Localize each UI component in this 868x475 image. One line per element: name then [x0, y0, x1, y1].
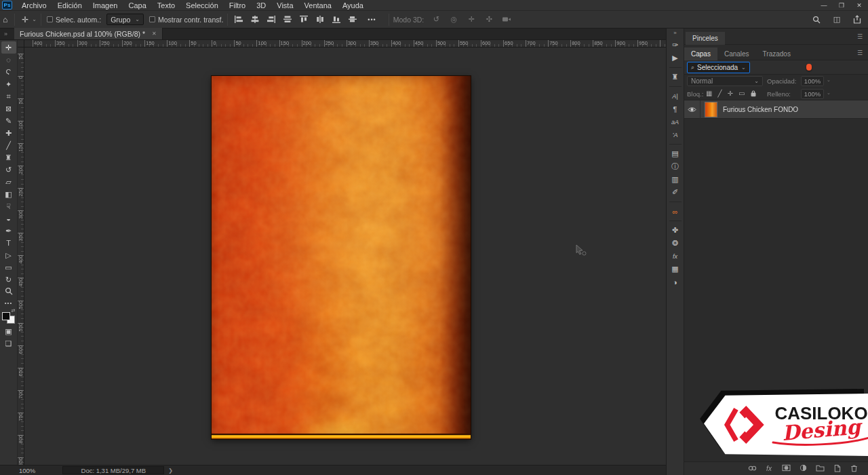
swap-colors-icon[interactable]: ⇄: [12, 308, 16, 314]
menu-item-seleccion[interactable]: Selección: [180, 1, 224, 10]
history-brush-tool[interactable]: ↺: [1, 164, 16, 176]
3d-orbit-icon[interactable]: ↺: [429, 14, 443, 26]
tab-brushes[interactable]: Pinceles: [686, 32, 725, 45]
distribute-bottom-icon[interactable]: [330, 14, 343, 26]
edit-toolbar-button[interactable]: •••: [1, 298, 16, 307]
new-group-icon[interactable]: [815, 464, 825, 473]
layer-comps-icon[interactable]: ▤: [668, 148, 683, 159]
layer-name[interactable]: Furious Chicken FONDO: [723, 106, 798, 113]
styles-icon[interactable]: fx: [668, 250, 683, 262]
layer-row[interactable]: Furious Chicken FONDO: [684, 100, 868, 119]
layer-filter-dropdown[interactable]: ⌕ Seleccionada ⌄: [687, 62, 750, 73]
menu-item-imagen[interactable]: Imagen: [87, 1, 123, 10]
path-selection-tool[interactable]: ▷: [1, 249, 16, 261]
character-icon[interactable]: A|: [668, 90, 683, 102]
glyphs-icon[interactable]: aA: [668, 116, 683, 128]
crop-tool[interactable]: ⌗: [1, 90, 16, 102]
type-tool[interactable]: T: [1, 237, 16, 249]
clone-stamp-tool[interactable]: ♜: [1, 151, 16, 164]
paragraph-styles-icon[interactable]: ’A: [668, 129, 683, 140]
3d-roll-icon[interactable]: ◎: [447, 14, 460, 26]
chevron-down-icon[interactable]: ⌄: [827, 77, 831, 83]
distribute-top-icon[interactable]: [297, 14, 311, 26]
status-menu-icon[interactable]: ❯: [168, 468, 173, 474]
adjustments-icon[interactable]: ◑: [668, 276, 683, 288]
lock-position-icon[interactable]: ✛: [727, 90, 732, 97]
quick-selection-tool[interactable]: ✦: [1, 78, 16, 90]
patterns-icon[interactable]: ▦: [668, 263, 683, 275]
tool-presets-icon[interactable]: ✐: [668, 187, 683, 198]
3d-camera-icon[interactable]: [500, 14, 513, 26]
align-right-icon[interactable]: [264, 14, 278, 26]
chevron-down-icon[interactable]: ⌄: [32, 16, 37, 22]
opacity-value[interactable]: 100%: [801, 76, 824, 86]
clone-source-icon[interactable]: ♜: [668, 71, 683, 83]
delete-layer-icon[interactable]: [849, 464, 859, 474]
document-canvas[interactable]: [212, 76, 471, 439]
lock-transparency-icon[interactable]: ▦: [706, 90, 712, 97]
more-options-icon[interactable]: •••: [365, 16, 378, 23]
3d-drag-icon[interactable]: ✛: [465, 14, 478, 26]
link-layers-icon[interactable]: [747, 465, 757, 473]
auto-select-target-dropdown[interactable]: Grupo ⌄: [106, 14, 144, 25]
pen-tool[interactable]: ✒: [1, 225, 16, 237]
oil-paint-icon[interactable]: ✤: [668, 225, 683, 236]
lock-artboard-icon[interactable]: ▭: [738, 90, 745, 97]
photoshop-logo-icon[interactable]: Ps: [2, 1, 12, 10]
align-left-icon[interactable]: [232, 14, 245, 26]
properties-icon[interactable]: ▥: [668, 174, 683, 185]
menu-item-ayuda[interactable]: Ayuda: [337, 1, 369, 10]
horizontal-ruler[interactable]: 4003503002502001501005005010015020025030…: [24, 40, 666, 48]
color-swatches[interactable]: ⇄: [2, 310, 16, 324]
info-icon[interactable]: ⓘ: [668, 161, 683, 172]
menu-item-vista[interactable]: Vista: [271, 1, 298, 10]
adjustment-layer-icon[interactable]: [798, 464, 808, 473]
foreground-color-swatch[interactable]: [2, 312, 10, 320]
expand-panels-icon[interactable]: »: [673, 28, 676, 39]
restore-button-icon[interactable]: ❐: [833, 0, 850, 11]
rectangle-tool[interactable]: ▭: [1, 261, 16, 273]
menu-item-archivo[interactable]: Archivo: [16, 1, 52, 10]
document-tab[interactable]: Furious Chicken.psd al 100% (RGB/8) * ✕: [14, 28, 163, 39]
layer-style-icon[interactable]: fx: [764, 465, 774, 472]
tab-canales[interactable]: Canales: [717, 48, 756, 60]
vertical-ruler[interactable]: 5005010015020025030035040045050055060065…: [18, 48, 24, 465]
tab-trazados[interactable]: Trazados: [756, 48, 797, 60]
marquee-tool[interactable]: ◌: [1, 54, 16, 66]
close-button-icon[interactable]: ✕: [850, 0, 868, 11]
panel-menu-icon[interactable]: ☰: [857, 33, 863, 40]
tab-capas[interactable]: Capas: [684, 48, 717, 60]
menu-item-texto[interactable]: Texto: [152, 1, 180, 10]
dodge-tool[interactable]: ◒: [1, 212, 16, 225]
screen-mode-button[interactable]: ❏: [1, 337, 16, 349]
brush-tool[interactable]: ╱: [1, 139, 16, 151]
show-transform-checkbox[interactable]: Mostrar contr. transf.: [149, 16, 223, 24]
frame-tool[interactable]: ⊠: [1, 102, 16, 115]
3d-slide-icon[interactable]: ✣: [482, 14, 496, 26]
distribute-horizontal-icon[interactable]: [313, 14, 327, 26]
align-center-horizontal-icon[interactable]: [248, 14, 262, 26]
paragraph-icon[interactable]: ¶: [668, 103, 683, 115]
zoom-level-field[interactable]: 100%: [19, 467, 35, 474]
healing-brush-tool[interactable]: ✚: [1, 127, 16, 139]
search-icon[interactable]: [810, 14, 823, 26]
checkbox-icon[interactable]: [149, 16, 155, 22]
workspace-icon[interactable]: ◫: [830, 14, 844, 26]
blend-mode-dropdown[interactable]: Normal ⌄: [687, 76, 763, 86]
eyedropper-tool[interactable]: ✎: [1, 115, 16, 127]
color-icon[interactable]: ❂: [668, 238, 683, 249]
filter-active-toggle[interactable]: [806, 64, 812, 71]
smudge-tool[interactable]: ☟: [1, 200, 16, 212]
menu-item-capa[interactable]: Capa: [123, 1, 151, 10]
distribute-vertical-icon[interactable]: [346, 14, 359, 26]
gradient-tool[interactable]: ◧: [1, 188, 16, 200]
layer-mask-icon[interactable]: [781, 464, 791, 473]
tab-overflow-icon[interactable]: »: [0, 31, 14, 39]
minimize-button-icon[interactable]: —: [815, 0, 833, 11]
rotate-view-tool[interactable]: ↻: [1, 273, 16, 286]
lock-all-icon[interactable]: [750, 90, 757, 97]
lock-pixels-icon[interactable]: ╱: [717, 90, 722, 97]
move-tool-icon[interactable]: ✛: [19, 15, 31, 24]
home-icon[interactable]: ⌂: [0, 15, 10, 24]
align-center-vertical-icon[interactable]: [281, 14, 294, 26]
